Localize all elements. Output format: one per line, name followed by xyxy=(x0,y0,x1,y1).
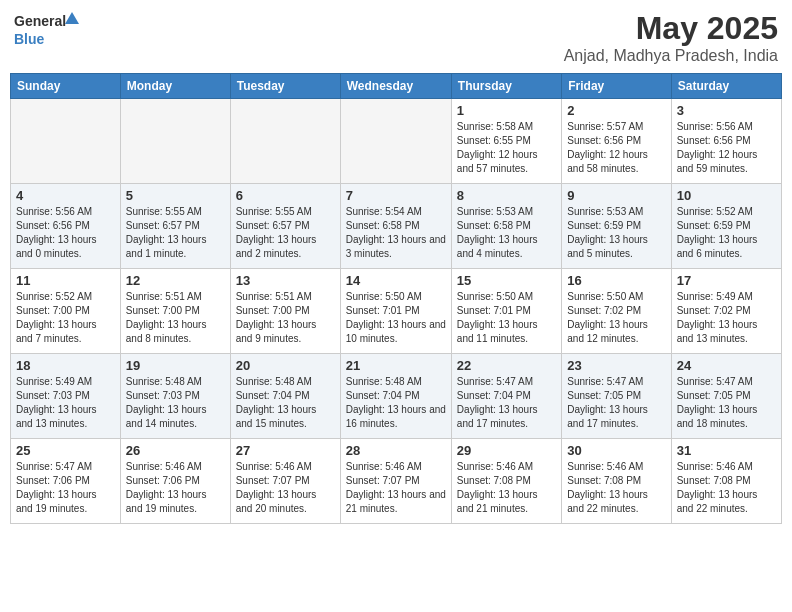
day-detail: Sunrise: 5:56 AM Sunset: 6:56 PM Dayligh… xyxy=(677,120,776,176)
calendar-day: 4Sunrise: 5:56 AM Sunset: 6:56 PM Daylig… xyxy=(11,184,121,269)
day-number: 10 xyxy=(677,188,776,203)
day-detail: Sunrise: 5:46 AM Sunset: 7:08 PM Dayligh… xyxy=(677,460,776,516)
calendar-day: 26Sunrise: 5:46 AM Sunset: 7:06 PM Dayli… xyxy=(120,439,230,524)
calendar-day: 23Sunrise: 5:47 AM Sunset: 7:05 PM Dayli… xyxy=(562,354,671,439)
calendar-day: 17Sunrise: 5:49 AM Sunset: 7:02 PM Dayli… xyxy=(671,269,781,354)
header-tuesday: Tuesday xyxy=(230,74,340,99)
day-detail: Sunrise: 5:49 AM Sunset: 7:02 PM Dayligh… xyxy=(677,290,776,346)
day-number: 31 xyxy=(677,443,776,458)
calendar-day: 2Sunrise: 5:57 AM Sunset: 6:56 PM Daylig… xyxy=(562,99,671,184)
calendar-day: 29Sunrise: 5:46 AM Sunset: 7:08 PM Dayli… xyxy=(451,439,561,524)
day-detail: Sunrise: 5:46 AM Sunset: 7:06 PM Dayligh… xyxy=(126,460,225,516)
day-number: 19 xyxy=(126,358,225,373)
day-detail: Sunrise: 5:48 AM Sunset: 7:03 PM Dayligh… xyxy=(126,375,225,431)
day-detail: Sunrise: 5:49 AM Sunset: 7:03 PM Dayligh… xyxy=(16,375,115,431)
calendar-day: 27Sunrise: 5:46 AM Sunset: 7:07 PM Dayli… xyxy=(230,439,340,524)
header-thursday: Thursday xyxy=(451,74,561,99)
calendar-day: 13Sunrise: 5:51 AM Sunset: 7:00 PM Dayli… xyxy=(230,269,340,354)
calendar-day: 9Sunrise: 5:53 AM Sunset: 6:59 PM Daylig… xyxy=(562,184,671,269)
day-detail: Sunrise: 5:47 AM Sunset: 7:05 PM Dayligh… xyxy=(677,375,776,431)
calendar-day: 21Sunrise: 5:48 AM Sunset: 7:04 PM Dayli… xyxy=(340,354,451,439)
day-detail: Sunrise: 5:54 AM Sunset: 6:58 PM Dayligh… xyxy=(346,205,446,261)
calendar-day: 20Sunrise: 5:48 AM Sunset: 7:04 PM Dayli… xyxy=(230,354,340,439)
calendar-day: 3Sunrise: 5:56 AM Sunset: 6:56 PM Daylig… xyxy=(671,99,781,184)
day-number: 16 xyxy=(567,273,665,288)
calendar-day: 10Sunrise: 5:52 AM Sunset: 6:59 PM Dayli… xyxy=(671,184,781,269)
day-detail: Sunrise: 5:51 AM Sunset: 7:00 PM Dayligh… xyxy=(126,290,225,346)
day-detail: Sunrise: 5:51 AM Sunset: 7:00 PM Dayligh… xyxy=(236,290,335,346)
day-number: 6 xyxy=(236,188,335,203)
day-detail: Sunrise: 5:46 AM Sunset: 7:07 PM Dayligh… xyxy=(236,460,335,516)
calendar-day: 19Sunrise: 5:48 AM Sunset: 7:03 PM Dayli… xyxy=(120,354,230,439)
header-friday: Friday xyxy=(562,74,671,99)
logo: General Blue xyxy=(14,10,84,52)
logo-svg: General Blue xyxy=(14,10,84,52)
header-sunday: Sunday xyxy=(11,74,121,99)
calendar-day: 25Sunrise: 5:47 AM Sunset: 7:06 PM Dayli… xyxy=(11,439,121,524)
day-number: 17 xyxy=(677,273,776,288)
svg-marker-1 xyxy=(65,12,79,24)
day-detail: Sunrise: 5:53 AM Sunset: 6:59 PM Dayligh… xyxy=(567,205,665,261)
title-area: May 2025 Anjad, Madhya Pradesh, India xyxy=(564,10,778,65)
day-detail: Sunrise: 5:46 AM Sunset: 7:08 PM Dayligh… xyxy=(567,460,665,516)
day-detail: Sunrise: 5:46 AM Sunset: 7:08 PM Dayligh… xyxy=(457,460,556,516)
day-detail: Sunrise: 5:55 AM Sunset: 6:57 PM Dayligh… xyxy=(126,205,225,261)
calendar-week-row: 4Sunrise: 5:56 AM Sunset: 6:56 PM Daylig… xyxy=(11,184,782,269)
svg-text:Blue: Blue xyxy=(14,31,45,47)
day-number: 25 xyxy=(16,443,115,458)
calendar-day: 24Sunrise: 5:47 AM Sunset: 7:05 PM Dayli… xyxy=(671,354,781,439)
calendar-day: 18Sunrise: 5:49 AM Sunset: 7:03 PM Dayli… xyxy=(11,354,121,439)
day-number: 29 xyxy=(457,443,556,458)
header-monday: Monday xyxy=(120,74,230,99)
day-number: 14 xyxy=(346,273,446,288)
day-number: 7 xyxy=(346,188,446,203)
day-number: 21 xyxy=(346,358,446,373)
day-detail: Sunrise: 5:57 AM Sunset: 6:56 PM Dayligh… xyxy=(567,120,665,176)
day-detail: Sunrise: 5:46 AM Sunset: 7:07 PM Dayligh… xyxy=(346,460,446,516)
calendar-day xyxy=(340,99,451,184)
calendar-day: 16Sunrise: 5:50 AM Sunset: 7:02 PM Dayli… xyxy=(562,269,671,354)
day-detail: Sunrise: 5:55 AM Sunset: 6:57 PM Dayligh… xyxy=(236,205,335,261)
day-detail: Sunrise: 5:52 AM Sunset: 6:59 PM Dayligh… xyxy=(677,205,776,261)
day-detail: Sunrise: 5:48 AM Sunset: 7:04 PM Dayligh… xyxy=(236,375,335,431)
header-saturday: Saturday xyxy=(671,74,781,99)
calendar-day: 8Sunrise: 5:53 AM Sunset: 6:58 PM Daylig… xyxy=(451,184,561,269)
day-number: 22 xyxy=(457,358,556,373)
calendar-day xyxy=(11,99,121,184)
calendar-day: 1Sunrise: 5:58 AM Sunset: 6:55 PM Daylig… xyxy=(451,99,561,184)
day-detail: Sunrise: 5:48 AM Sunset: 7:04 PM Dayligh… xyxy=(346,375,446,431)
day-number: 30 xyxy=(567,443,665,458)
calendar-day: 11Sunrise: 5:52 AM Sunset: 7:00 PM Dayli… xyxy=(11,269,121,354)
calendar-day: 15Sunrise: 5:50 AM Sunset: 7:01 PM Dayli… xyxy=(451,269,561,354)
day-number: 9 xyxy=(567,188,665,203)
day-detail: Sunrise: 5:52 AM Sunset: 7:00 PM Dayligh… xyxy=(16,290,115,346)
day-detail: Sunrise: 5:53 AM Sunset: 6:58 PM Dayligh… xyxy=(457,205,556,261)
day-detail: Sunrise: 5:58 AM Sunset: 6:55 PM Dayligh… xyxy=(457,120,556,176)
calendar-day: 7Sunrise: 5:54 AM Sunset: 6:58 PM Daylig… xyxy=(340,184,451,269)
day-number: 20 xyxy=(236,358,335,373)
weekday-header-row: Sunday Monday Tuesday Wednesday Thursday… xyxy=(11,74,782,99)
header: General Blue May 2025 Anjad, Madhya Prad… xyxy=(10,10,782,65)
calendar-week-row: 11Sunrise: 5:52 AM Sunset: 7:00 PM Dayli… xyxy=(11,269,782,354)
day-detail: Sunrise: 5:47 AM Sunset: 7:05 PM Dayligh… xyxy=(567,375,665,431)
day-detail: Sunrise: 5:50 AM Sunset: 7:02 PM Dayligh… xyxy=(567,290,665,346)
month-year: May 2025 xyxy=(564,10,778,47)
day-detail: Sunrise: 5:47 AM Sunset: 7:04 PM Dayligh… xyxy=(457,375,556,431)
header-wednesday: Wednesday xyxy=(340,74,451,99)
svg-text:General: General xyxy=(14,13,66,29)
day-number: 18 xyxy=(16,358,115,373)
day-number: 23 xyxy=(567,358,665,373)
day-number: 24 xyxy=(677,358,776,373)
day-detail: Sunrise: 5:50 AM Sunset: 7:01 PM Dayligh… xyxy=(346,290,446,346)
day-number: 28 xyxy=(346,443,446,458)
calendar-day xyxy=(120,99,230,184)
day-number: 12 xyxy=(126,273,225,288)
calendar-day: 30Sunrise: 5:46 AM Sunset: 7:08 PM Dayli… xyxy=(562,439,671,524)
calendar-day: 28Sunrise: 5:46 AM Sunset: 7:07 PM Dayli… xyxy=(340,439,451,524)
calendar-day: 12Sunrise: 5:51 AM Sunset: 7:00 PM Dayli… xyxy=(120,269,230,354)
day-number: 4 xyxy=(16,188,115,203)
day-detail: Sunrise: 5:47 AM Sunset: 7:06 PM Dayligh… xyxy=(16,460,115,516)
location: Anjad, Madhya Pradesh, India xyxy=(564,47,778,65)
day-number: 5 xyxy=(126,188,225,203)
calendar-day: 6Sunrise: 5:55 AM Sunset: 6:57 PM Daylig… xyxy=(230,184,340,269)
